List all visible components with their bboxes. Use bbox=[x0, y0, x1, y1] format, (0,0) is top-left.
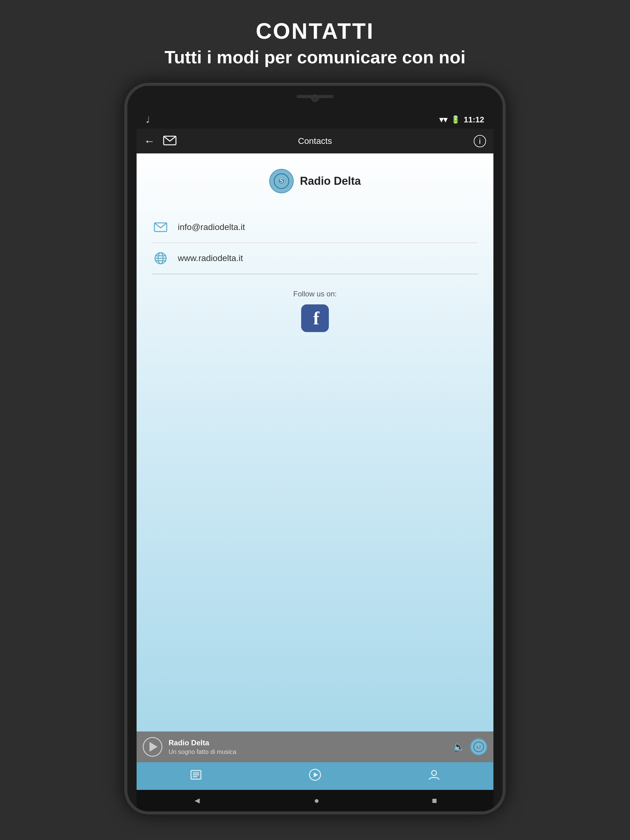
page-subtitle: Tutti i modi per comunicare con noi bbox=[0, 47, 630, 67]
main-content: S Radio Delta info@radiodelta.it bbox=[136, 153, 494, 731]
player-tagline: Un sogno fatto di musica bbox=[169, 748, 453, 755]
web-contact-icon bbox=[152, 249, 169, 267]
radio-logo: S bbox=[269, 169, 294, 193]
play-button[interactable] bbox=[143, 737, 162, 757]
status-bar-left: ♩ bbox=[146, 115, 150, 125]
bottom-nav bbox=[136, 762, 494, 790]
play-triangle-icon bbox=[149, 742, 157, 752]
player-info: Radio Delta Un sogno fatto di musica bbox=[169, 739, 453, 755]
screen: ♩ ▾▾ 🔋 11:12 ← Contacts i bbox=[136, 111, 494, 812]
nav-item-user[interactable] bbox=[422, 764, 446, 788]
app-toolbar: ← Contacts i bbox=[136, 129, 494, 153]
status-bar-right: ▾▾ 🔋 11:12 bbox=[439, 115, 484, 125]
svg-point-21 bbox=[432, 771, 437, 775]
toolbar-left: ← bbox=[144, 133, 177, 149]
android-recent-btn[interactable]: ■ bbox=[432, 796, 437, 805]
player-right: 🔈 S bbox=[453, 738, 487, 755]
android-back-btn[interactable]: ◄ bbox=[193, 796, 201, 805]
facebook-f-icon: f bbox=[311, 309, 319, 327]
contact-item-web[interactable]: www.radiodelta.it bbox=[152, 243, 478, 274]
status-bar: ♩ ▾▾ 🔋 11:12 bbox=[136, 111, 494, 129]
follow-label: Follow us on: bbox=[293, 290, 337, 298]
logo-section: S Radio Delta bbox=[136, 153, 494, 206]
svg-text:S: S bbox=[280, 177, 283, 184]
page-header: CONTATTI Tutti i modi per comunicare con… bbox=[0, 0, 630, 83]
music-note-icon: ♩ bbox=[146, 115, 150, 125]
radio-name: Radio Delta bbox=[300, 175, 361, 188]
svg-marker-20 bbox=[314, 772, 318, 777]
email-contact-text: info@radiodelta.it bbox=[178, 222, 245, 232]
email-icon[interactable] bbox=[162, 133, 177, 149]
page-title: CONTATTI bbox=[0, 19, 630, 44]
facebook-button[interactable]: f bbox=[301, 305, 329, 332]
player-logo-small: S bbox=[470, 738, 487, 755]
info-button[interactable]: i bbox=[474, 135, 486, 147]
android-nav: ◄ ● ■ bbox=[136, 790, 494, 812]
wifi-icon: ▾▾ bbox=[439, 115, 447, 125]
user-icon bbox=[427, 768, 441, 784]
time-display: 11:12 bbox=[464, 115, 484, 125]
tablet-speaker bbox=[296, 95, 334, 98]
email-contact-icon bbox=[152, 219, 169, 236]
divider bbox=[152, 274, 478, 274]
play-nav-icon bbox=[308, 768, 322, 784]
contact-item-email[interactable]: info@radiodelta.it bbox=[152, 212, 478, 243]
volume-icon[interactable]: 🔈 bbox=[453, 741, 465, 753]
nav-item-list[interactable] bbox=[184, 764, 208, 788]
android-home-btn[interactable]: ● bbox=[314, 796, 319, 805]
player-bar: Radio Delta Un sogno fatto di musica 🔈 S bbox=[136, 731, 494, 762]
battery-icon: 🔋 bbox=[451, 115, 460, 124]
back-button[interactable]: ← bbox=[144, 135, 155, 148]
tablet-frame: ♩ ▾▾ 🔋 11:12 ← Contacts i bbox=[124, 83, 506, 815]
web-contact-text: www.radiodelta.it bbox=[178, 253, 243, 263]
tablet-top-bar bbox=[127, 86, 503, 111]
follow-section: Follow us on: f bbox=[136, 290, 494, 332]
nav-item-play[interactable] bbox=[303, 764, 327, 788]
contacts-list: info@radiodelta.it www.radiodelta.it bbox=[136, 206, 494, 280]
svg-text:S: S bbox=[477, 744, 480, 749]
player-station: Radio Delta bbox=[169, 739, 453, 747]
list-icon bbox=[189, 768, 203, 784]
toolbar-title: Contacts bbox=[298, 136, 332, 146]
